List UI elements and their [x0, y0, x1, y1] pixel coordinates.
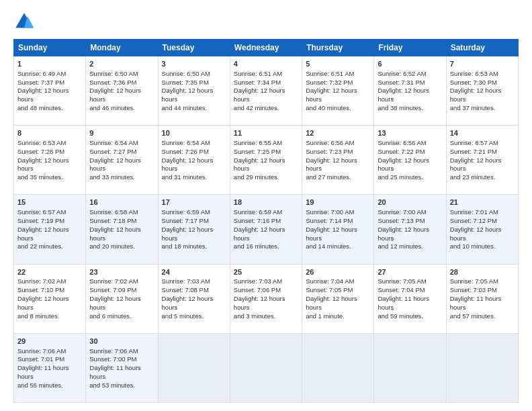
- sunset: Sunset: 7:18 PM: [89, 217, 136, 224]
- sunset: Sunset: 7:17 PM: [162, 217, 209, 224]
- day-number: 5: [306, 59, 370, 69]
- sunrise: Sunrise: 6:58 AM: [89, 208, 138, 216]
- daylight-minutes: and 40 minutes.: [306, 104, 351, 111]
- calendar-row: 29Sunrise: 7:06 AMSunset: 7:01 PMDayligh…: [14, 333, 519, 402]
- sunset: Sunset: 7:21 PM: [450, 148, 497, 155]
- sunrise: Sunrise: 6:59 AM: [234, 208, 282, 216]
- sunset: Sunset: 7:14 PM: [306, 217, 353, 224]
- sunset: Sunset: 7:30 PM: [450, 79, 497, 86]
- calendar-cell: [446, 333, 518, 402]
- calendar-cell: [158, 333, 230, 402]
- daylight-minutes: and 5 minutes.: [162, 312, 204, 320]
- daylight-label: Daylight: 11 hours hours: [450, 295, 502, 311]
- day-number: 15: [17, 197, 82, 208]
- calendar-cell: 20Sunrise: 7:00 AMSunset: 7:13 PMDayligh…: [374, 195, 446, 264]
- sunrise: Sunrise: 7:00 AM: [306, 208, 354, 216]
- day-number: 23: [89, 267, 154, 277]
- daylight-minutes: and 22 minutes.: [17, 242, 63, 250]
- sunrise: Sunrise: 6:50 AM: [162, 70, 210, 77]
- daylight-minutes: and 18 minutes.: [162, 242, 208, 250]
- sunrise: Sunrise: 6:51 AM: [234, 70, 282, 77]
- daylight-label: Daylight: 12 hours hours: [450, 87, 502, 103]
- daylight-minutes: and 55 minutes.: [17, 381, 63, 389]
- day-number: 8: [17, 128, 82, 138]
- daylight-minutes: and 31 minutes.: [162, 173, 208, 181]
- daylight-label: Daylight: 11 hours hours: [378, 295, 429, 311]
- sunset: Sunset: 7:00 PM: [89, 355, 136, 363]
- sunset: Sunset: 7:16 PM: [234, 217, 281, 224]
- daylight-label: Daylight: 12 hours hours: [306, 156, 357, 173]
- day-number: 3: [162, 59, 226, 69]
- sunset: Sunset: 7:13 PM: [378, 217, 425, 224]
- header: [13, 11, 519, 32]
- calendar-cell: 6Sunrise: 6:52 AMSunset: 7:31 PMDaylight…: [374, 56, 446, 126]
- sunset: Sunset: 7:28 PM: [17, 148, 64, 155]
- sunset: Sunset: 7:27 PM: [89, 148, 136, 155]
- day-number: 1: [17, 59, 82, 69]
- sunrise: Sunrise: 6:49 AM: [17, 70, 66, 77]
- calendar-header-row: SundayMondayTuesdayWednesdayThursdayFrid…: [14, 40, 519, 56]
- daylight-label: Daylight: 12 hours hours: [306, 295, 357, 311]
- sunset: Sunset: 7:19 PM: [17, 217, 64, 224]
- day-number: 4: [234, 59, 298, 69]
- sunset: Sunset: 7:35 PM: [162, 79, 209, 86]
- calendar-cell: [302, 333, 374, 402]
- calendar-cell: 25Sunrise: 7:03 AMSunset: 7:06 PMDayligh…: [230, 264, 302, 333]
- calendar-row: 8Sunrise: 6:53 AMSunset: 7:28 PMDaylight…: [14, 126, 519, 195]
- sunset: Sunset: 7:10 PM: [17, 286, 64, 293]
- calendar-cell: 22Sunrise: 7:02 AMSunset: 7:10 PMDayligh…: [14, 264, 86, 333]
- daylight-label: Daylight: 12 hours hours: [378, 156, 429, 173]
- calendar-cell: 23Sunrise: 7:02 AMSunset: 7:09 PMDayligh…: [86, 264, 158, 333]
- col-header-thursday: Thursday: [302, 40, 374, 56]
- daylight-minutes: and 53 minutes.: [89, 381, 135, 389]
- sunrise: Sunrise: 7:02 AM: [89, 277, 138, 285]
- sunrise: Sunrise: 6:52 AM: [378, 70, 426, 77]
- calendar-cell: 7Sunrise: 6:53 AMSunset: 7:30 PMDaylight…: [446, 56, 518, 126]
- daylight-minutes: and 37 minutes.: [450, 104, 496, 111]
- sunrise: Sunrise: 6:53 AM: [450, 70, 498, 77]
- sunrise: Sunrise: 6:54 AM: [162, 139, 210, 146]
- calendar-cell: 1Sunrise: 6:49 AMSunset: 7:37 PMDaylight…: [14, 56, 86, 126]
- day-number: 27: [378, 267, 442, 277]
- daylight-label: Daylight: 12 hours hours: [17, 156, 69, 173]
- day-number: 28: [450, 267, 515, 277]
- sunrise: Sunrise: 7:04 AM: [306, 277, 354, 285]
- daylight-label: Daylight: 11 hours hours: [17, 364, 69, 380]
- day-number: 17: [162, 197, 226, 208]
- calendar-cell: 13Sunrise: 6:56 AMSunset: 7:22 PMDayligh…: [374, 126, 446, 195]
- sunrise: Sunrise: 6:59 AM: [162, 208, 210, 216]
- daylight-minutes: and 12 minutes.: [378, 242, 423, 250]
- calendar-cell: [374, 333, 446, 402]
- daylight-minutes: and 44 minutes.: [162, 104, 208, 111]
- daylight-minutes: and 29 minutes.: [234, 173, 279, 181]
- daylight-minutes: and 3 minutes.: [234, 312, 275, 320]
- sunrise: Sunrise: 6:57 AM: [17, 208, 66, 216]
- daylight-label: Daylight: 12 hours hours: [89, 226, 141, 242]
- calendar-table: SundayMondayTuesdayWednesdayThursdayFrid…: [13, 39, 519, 403]
- day-number: 22: [17, 267, 82, 277]
- day-number: 12: [306, 128, 370, 138]
- day-number: 7: [450, 59, 515, 69]
- daylight-label: Daylight: 12 hours hours: [162, 295, 214, 311]
- calendar-row: 1Sunrise: 6:49 AMSunset: 7:37 PMDaylight…: [14, 56, 519, 126]
- sunset: Sunset: 7:12 PM: [450, 217, 497, 224]
- sunset: Sunset: 7:37 PM: [17, 79, 64, 86]
- daylight-minutes: and 23 minutes.: [450, 173, 496, 181]
- daylight-label: Daylight: 12 hours hours: [234, 226, 285, 242]
- sunset: Sunset: 7:26 PM: [162, 148, 209, 155]
- calendar-cell: 8Sunrise: 6:53 AMSunset: 7:28 PMDaylight…: [14, 126, 86, 195]
- daylight-label: Daylight: 12 hours hours: [17, 87, 69, 103]
- day-number: 14: [450, 128, 515, 138]
- sunrise: Sunrise: 6:56 AM: [306, 139, 354, 146]
- sunrise: Sunrise: 7:00 AM: [378, 208, 426, 216]
- sunrise: Sunrise: 7:02 AM: [17, 277, 66, 285]
- daylight-label: Daylight: 12 hours hours: [306, 87, 357, 103]
- daylight-label: Daylight: 12 hours hours: [89, 87, 141, 103]
- daylight-label: Daylight: 12 hours hours: [89, 156, 141, 173]
- daylight-minutes: and 25 minutes.: [378, 173, 423, 181]
- daylight-label: Daylight: 12 hours hours: [306, 226, 357, 242]
- daylight-minutes: and 27 minutes.: [306, 173, 351, 181]
- daylight-minutes: and 46 minutes.: [89, 104, 135, 111]
- daylight-label: Daylight: 12 hours hours: [234, 295, 285, 311]
- logo: [13, 11, 38, 32]
